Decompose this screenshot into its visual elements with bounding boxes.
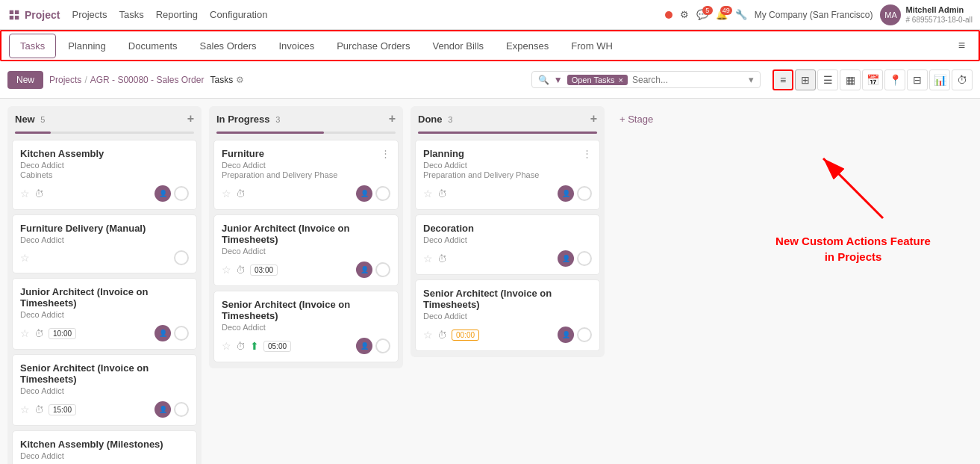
status-circle[interactable] xyxy=(174,402,189,417)
clock-icon[interactable]: ⏱ xyxy=(437,253,447,265)
app-logo[interactable]: Project xyxy=(7,8,60,22)
star-icon[interactable]: ☆ xyxy=(20,188,30,199)
table-row[interactable]: Junior Architect (Invoice on Timesheets)… xyxy=(213,214,399,286)
table-row[interactable]: Furniture Delivery (Manual) Deco Addict … xyxy=(12,214,197,273)
list-view-button[interactable]: ☰ xyxy=(817,69,838,90)
wrench-icon[interactable]: ⚙ xyxy=(680,9,689,20)
time-badge: 15:00 xyxy=(49,404,76,415)
tab-invoices[interactable]: Invoices xyxy=(268,34,325,58)
avatar: 👤 xyxy=(558,327,574,343)
filter-tag[interactable]: Open Tasks × xyxy=(567,75,628,85)
status-circle[interactable] xyxy=(375,262,390,277)
tab-from-wh[interactable]: From WH xyxy=(561,34,623,58)
status-circle[interactable] xyxy=(577,251,592,266)
search-dropdown-arrow[interactable]: ▾ xyxy=(749,74,754,85)
breadcrumb-projects[interactable]: Projects xyxy=(49,75,81,85)
table-row[interactable]: Planning Deco Addict Preparation and Del… xyxy=(415,140,600,210)
clock-icon[interactable]: ⏱ xyxy=(437,330,447,341)
grid-view-button[interactable]: ⊟ xyxy=(907,69,928,90)
custom-actions-button[interactable]: ≡ xyxy=(773,69,793,90)
column-count-done: 3 xyxy=(448,115,452,124)
notification-dot[interactable] xyxy=(665,11,672,19)
clock-icon[interactable]: ⏱ xyxy=(437,188,447,199)
table-row[interactable]: Senior Architect (Invoice on Timesheets)… xyxy=(415,279,600,351)
breadcrumb-order[interactable]: AGR - S00080 - Sales Order xyxy=(90,75,205,85)
activity-view-button[interactable]: ▦ xyxy=(840,69,861,90)
column-add-done[interactable]: + xyxy=(590,112,597,126)
bell-icon[interactable]: 🔔 49 xyxy=(716,9,728,20)
column-add-new[interactable]: + xyxy=(187,112,194,126)
status-circle[interactable] xyxy=(174,326,189,341)
card-menu-icon[interactable]: ⋮ xyxy=(582,148,592,159)
kanban-column-new: New 5 + Kitchen Assembly Deco Addict Cab… xyxy=(7,106,202,464)
calendar-view-button[interactable]: 📅 xyxy=(862,69,883,90)
view-controls: ≡ ⊞ ☰ ▦ 📅 📍 ⊟ 📊 ⏱ xyxy=(773,69,973,90)
nav-projects[interactable]: Projects xyxy=(72,9,107,20)
status-circle[interactable] xyxy=(174,250,189,265)
kanban-column-in-progress: In Progress 3 + Furniture Deco Addict Pr… xyxy=(209,106,403,368)
status-circle[interactable] xyxy=(375,338,390,353)
nav-reporting[interactable]: Reporting xyxy=(156,9,198,20)
table-row[interactable]: Kitchen Assembly Deco Addict Cabinets ☆ … xyxy=(12,140,197,210)
star-icon[interactable]: ☆ xyxy=(222,264,231,276)
card-menu-icon[interactable]: ⋮ xyxy=(381,148,390,159)
star-icon[interactable]: ☆ xyxy=(423,329,433,341)
tab-planning[interactable]: Planning xyxy=(57,34,116,58)
column-progress-bar-new xyxy=(15,132,51,134)
search-icon: 🔍 xyxy=(538,75,549,85)
column-progress-in-progress xyxy=(216,132,396,134)
upload-icon[interactable]: ⬆ xyxy=(250,340,259,352)
filter-tag-remove[interactable]: × xyxy=(619,75,623,84)
clock-icon[interactable]: ⏱ xyxy=(236,188,246,199)
tab-expenses[interactable]: Expenses xyxy=(496,34,559,58)
status-circle[interactable] xyxy=(577,186,592,201)
star-icon[interactable]: ☆ xyxy=(222,188,231,199)
tab-tasks[interactable]: Tasks xyxy=(9,34,56,58)
star-icon[interactable]: ☆ xyxy=(222,340,231,352)
status-circle[interactable] xyxy=(375,186,390,201)
add-stage-button[interactable]: + Stage xyxy=(612,106,661,132)
clock-icon[interactable]: ⏱ xyxy=(236,341,246,352)
kanban-view-button[interactable]: ⊞ xyxy=(795,69,816,90)
clock-icon[interactable]: ⏱ xyxy=(34,188,44,199)
nav-configuration[interactable]: Configuration xyxy=(210,9,267,20)
column-progress-bar-done xyxy=(418,132,597,134)
tools-icon[interactable]: 🔧 xyxy=(735,9,747,20)
nav-tasks[interactable]: Tasks xyxy=(119,9,143,20)
clock-icon[interactable]: ⏱ xyxy=(34,328,44,339)
bell-badge: 49 xyxy=(720,6,732,15)
table-row[interactable]: Decoration Deco Addict ☆ ⏱ 👤 xyxy=(415,214,600,275)
user-menu[interactable]: MA Mitchell Admin # 68955713-18-0-all xyxy=(880,4,973,25)
star-icon[interactable]: ☆ xyxy=(20,403,30,415)
search-input[interactable] xyxy=(632,75,744,85)
kanban-column-done: Done 3 + Planning Deco Addict Preparatio… xyxy=(411,106,605,357)
tab-purchase-orders[interactable]: Purchase Orders xyxy=(326,34,420,58)
table-row[interactable]: Senior Architect (Invoice on Timesheets)… xyxy=(213,291,399,362)
star-icon[interactable]: ☆ xyxy=(20,252,30,264)
column-progress-done xyxy=(418,132,597,134)
clock-icon[interactable]: ⏱ xyxy=(34,404,44,415)
clock-icon[interactable]: ⏱ xyxy=(236,265,246,276)
tab-vendor-bills[interactable]: Vendor Bills xyxy=(422,34,494,58)
star-icon[interactable]: ☆ xyxy=(20,327,30,339)
table-row[interactable]: Furniture Deco Addict Preparation and De… xyxy=(213,140,399,210)
chat-icon[interactable]: 💬 5 xyxy=(696,9,708,20)
tabs-more-button[interactable]: ≡ xyxy=(952,36,971,55)
column-header-done: Done 3 + xyxy=(411,106,605,132)
new-button[interactable]: New xyxy=(7,71,43,89)
table-row[interactable]: Senior Architect (Invoice on Timesheets)… xyxy=(12,354,197,426)
status-circle[interactable] xyxy=(577,327,592,342)
map-view-button[interactable]: 📍 xyxy=(884,69,905,90)
column-add-in-progress[interactable]: + xyxy=(389,112,396,126)
tab-documents[interactable]: Documents xyxy=(118,34,188,58)
table-row[interactable]: Junior Architect (Invoice on Timesheets)… xyxy=(12,278,197,350)
settings-icon[interactable]: ⚙ xyxy=(236,75,244,85)
company-name: My Company (San Francisco) xyxy=(755,10,873,20)
status-circle[interactable] xyxy=(174,186,189,201)
tab-sales-orders[interactable]: Sales Orders xyxy=(190,34,267,58)
star-icon[interactable]: ☆ xyxy=(423,253,433,265)
clock-view-button[interactable]: ⏱ xyxy=(952,69,973,90)
star-icon[interactable]: ☆ xyxy=(423,188,433,199)
table-row[interactable]: Kitchen Assembly (Milestones) Deco Addic… xyxy=(12,430,197,464)
chart-view-button[interactable]: 📊 xyxy=(929,69,950,90)
